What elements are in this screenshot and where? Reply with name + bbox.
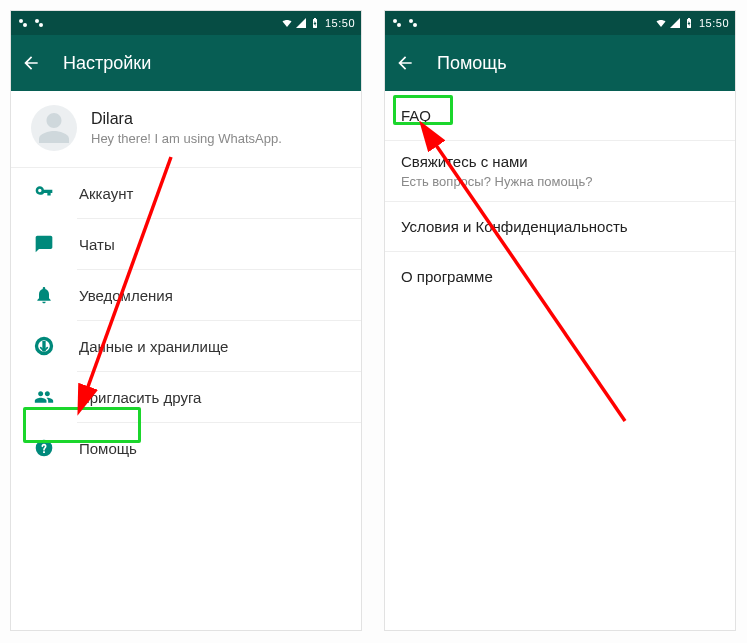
help-faq[interactable]: FAQ — [385, 91, 735, 140]
help-terms[interactable]: Условия и Конфиденциальность — [385, 202, 735, 251]
menu-label: Данные и хранилище — [79, 338, 353, 355]
page-title: Настройки — [63, 53, 151, 74]
avatar — [31, 105, 77, 151]
battery-icon — [309, 17, 321, 29]
key-icon — [33, 183, 55, 203]
menu-label: Помощь — [79, 440, 353, 457]
svg-point-8 — [393, 19, 397, 23]
help-label: Свяжитесь с нами — [401, 153, 719, 170]
svg-point-6 — [43, 451, 45, 453]
sb-icon-app2 — [33, 17, 45, 29]
svg-point-3 — [39, 23, 43, 27]
bell-icon — [33, 285, 55, 305]
menu-notifications[interactable]: Уведомления — [11, 270, 361, 320]
menu-help[interactable]: Помощь — [11, 423, 361, 473]
battery-icon — [683, 17, 695, 29]
menu-data-storage[interactable]: Данные и хранилище — [11, 321, 361, 371]
help-label: FAQ — [401, 107, 719, 124]
statusbar: 15:50 — [11, 11, 361, 35]
help-about[interactable]: О программе — [385, 252, 735, 301]
statusbar: 15:50 — [385, 11, 735, 35]
menu-account[interactable]: Аккаунт — [11, 168, 361, 218]
signal-icon — [295, 17, 307, 29]
back-button[interactable] — [395, 53, 415, 73]
sb-icon-app — [17, 17, 29, 29]
signal-icon — [669, 17, 681, 29]
profile-row[interactable]: Dilara Hey there! I am using WhatsApp. — [11, 91, 361, 168]
clock: 15:50 — [325, 17, 355, 29]
chat-icon — [33, 234, 55, 254]
svg-point-2 — [35, 19, 39, 23]
wifi-icon — [281, 17, 293, 29]
phone-settings: 15:50 Настройки Dilara Hey there! I am u… — [10, 10, 362, 631]
appbar: Настройки — [11, 35, 361, 91]
sb-icon-app — [391, 17, 403, 29]
help-label: Условия и Конфиденциальность — [401, 218, 719, 235]
menu-invite[interactable]: Пригласить друга — [11, 372, 361, 422]
svg-point-9 — [397, 23, 401, 27]
back-button[interactable] — [21, 53, 41, 73]
menu-label: Пригласить друга — [79, 389, 353, 406]
sb-icon-app2 — [407, 17, 419, 29]
page-title: Помощь — [437, 53, 507, 74]
profile-status: Hey there! I am using WhatsApp. — [91, 131, 282, 146]
help-icon — [33, 438, 55, 458]
wifi-icon — [655, 17, 667, 29]
data-icon — [33, 336, 55, 356]
help-contact[interactable]: Свяжитесь с нами Есть вопросы? Нужна пом… — [385, 141, 735, 201]
appbar: Помощь — [385, 35, 735, 91]
svg-point-11 — [413, 23, 417, 27]
help-sublabel: Есть вопросы? Нужна помощь? — [401, 174, 719, 189]
profile-name: Dilara — [91, 110, 282, 128]
svg-point-1 — [23, 23, 27, 27]
menu-label: Чаты — [79, 236, 353, 253]
phone-help: 15:50 Помощь FAQ Свяжитесь с нами Есть в… — [384, 10, 736, 631]
menu-label: Уведомления — [79, 287, 353, 304]
menu-label: Аккаунт — [79, 185, 353, 202]
help-label: О программе — [401, 268, 719, 285]
svg-point-0 — [19, 19, 23, 23]
menu-chats[interactable]: Чаты — [11, 219, 361, 269]
clock: 15:50 — [699, 17, 729, 29]
svg-point-10 — [409, 19, 413, 23]
people-icon — [33, 387, 55, 407]
